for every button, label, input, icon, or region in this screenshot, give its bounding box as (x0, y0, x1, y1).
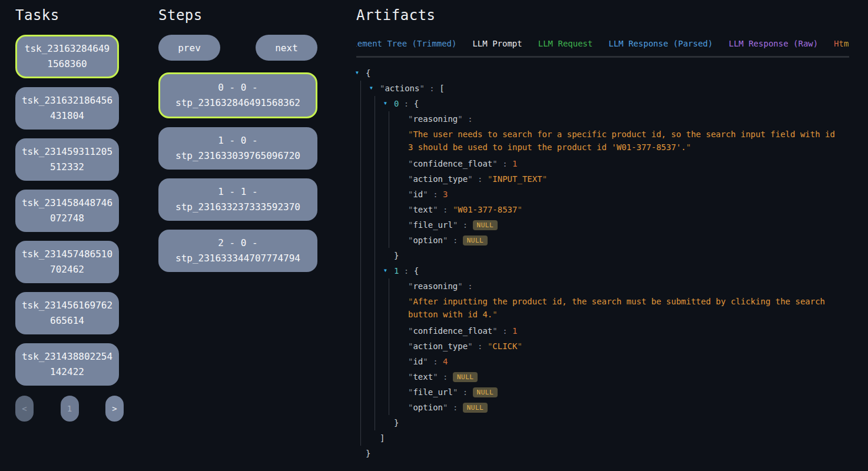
pagination-prev-button[interactable]: < (15, 396, 34, 422)
indent-guide (360, 323, 361, 339)
step-button[interactable]: 0 - 0 - stp_231632846491568362 (158, 72, 317, 118)
pagination: < 1 > (15, 396, 124, 422)
tab-html-raw[interactable]: Html (Raw) (834, 39, 849, 58)
indent-guide (360, 111, 361, 127)
indent-guide (375, 217, 375, 233)
indent-guide (360, 96, 361, 111)
tab-llm-response-parsed[interactable]: LLM Response (Parsed) (608, 39, 713, 58)
indent-guide (389, 400, 389, 415)
json-row: "option" : NULL (356, 400, 849, 415)
indent-guide (389, 369, 389, 384)
tab-llm-request[interactable]: LLM Request (538, 39, 593, 58)
json-row: "action_type" : "INPUT_TEXT" (356, 171, 849, 187)
json-row: "confidence_float" : 1 (356, 156, 849, 171)
task-button[interactable]: tsk_231456169762665614 (15, 292, 119, 334)
indent-guide (375, 339, 375, 354)
json-row: "reasoning" : (356, 278, 849, 294)
artifacts-panel: Artifacts Element Tree (Trimmed)LLM Prom… (356, 7, 849, 461)
pagination-page-button[interactable]: 1 (61, 396, 79, 422)
indent-guide (360, 354, 361, 369)
prev-step-button[interactable]: prev (158, 35, 220, 61)
indent-guide (360, 339, 361, 354)
indent-guide (389, 202, 389, 217)
indent-guide (389, 156, 389, 171)
tab-llm-prompt[interactable]: LLM Prompt (472, 39, 522, 58)
indent-guide (360, 171, 361, 187)
task-button[interactable]: tsk_231458448746072748 (15, 190, 119, 232)
indent-guide (375, 187, 375, 202)
indent-guide (389, 233, 389, 248)
indent-guide (360, 369, 361, 384)
indent-guide (375, 294, 375, 323)
indent-guide (389, 127, 389, 156)
indent-guide (375, 111, 375, 127)
indent-guide (360, 400, 361, 415)
indent-guide (360, 278, 361, 294)
indent-guide (375, 354, 375, 369)
artifacts-tabbar: Element Tree (Trimmed)LLM PromptLLM Requ… (356, 39, 849, 58)
pagination-next-button[interactable]: > (105, 396, 124, 422)
indent-guide (389, 384, 389, 400)
indent-guide (375, 400, 375, 415)
json-viewer: ▼{▼"actions" : [▼0 : {"reasoning" :"The … (356, 65, 849, 461)
json-row: "The user needs to search for a specific… (356, 127, 849, 156)
indent-guide (375, 96, 375, 111)
null-badge: NULL (463, 403, 488, 413)
task-button[interactable]: tsk_231632846491568360 (15, 35, 119, 78)
indent-guide (360, 384, 361, 400)
task-button[interactable]: tsk_231459311205512332 (15, 138, 119, 181)
indent-guide (375, 415, 375, 430)
task-button[interactable]: tsk_231632186456431804 (15, 87, 119, 130)
indent-guide (360, 127, 361, 156)
step-button[interactable]: 1 - 1 - stp_231633237333592370 (158, 178, 317, 221)
indent-guide (389, 111, 389, 127)
artifacts-title: Artifacts (356, 7, 849, 24)
indent-guide (389, 323, 389, 339)
json-row: "file_url" : NULL (356, 384, 849, 400)
step-button[interactable]: 1 - 0 - stp_231633039765096720 (158, 127, 317, 170)
indent-guide (375, 384, 375, 400)
json-row: ] (356, 430, 849, 446)
next-step-button[interactable]: next (256, 35, 317, 61)
indent-guide (375, 263, 375, 278)
indent-guide (375, 127, 375, 156)
indent-guide (360, 430, 361, 446)
tasks-panel: Tasks tsk_231632846491568360tsk_23163218… (15, 7, 124, 422)
json-row: "confidence_float" : 1 (356, 323, 849, 339)
null-badge: NULL (473, 220, 498, 230)
collapse-arrow-icon[interactable]: ▼ (384, 263, 387, 278)
collapse-arrow-icon[interactable]: ▼ (370, 81, 373, 96)
indent-guide (389, 217, 389, 233)
indent-guide (389, 187, 389, 202)
collapse-arrow-icon[interactable]: ▼ (384, 96, 387, 111)
indent-guide (375, 202, 375, 217)
task-button[interactable]: tsk_231457486510702462 (15, 241, 119, 283)
indent-guide (375, 369, 375, 384)
indent-guide (375, 323, 375, 339)
step-button[interactable]: 2 - 0 - stp_231633344707774794 (158, 230, 317, 272)
json-row: "text" : NULL (356, 369, 849, 384)
json-row: "option" : NULL (356, 233, 849, 248)
json-row: "reasoning" : (356, 111, 849, 127)
collapse-arrow-icon[interactable]: ▼ (356, 65, 359, 81)
tab-element-tree-trimmed[interactable]: Element Tree (Trimmed) (356, 39, 456, 58)
json-row: ▼{ (356, 65, 849, 81)
json-row: "file_url" : NULL (356, 217, 849, 233)
indent-guide (389, 171, 389, 187)
steps-panel: Steps prev next 0 - 0 - stp_231632846491… (158, 7, 317, 281)
task-button[interactable]: tsk_231438802254142422 (15, 343, 119, 386)
indent-guide (360, 248, 361, 263)
indent-guide (389, 278, 389, 294)
json-row: "id" : 3 (356, 187, 849, 202)
json-row: ▼1 : { (356, 263, 849, 278)
indent-guide (360, 187, 361, 202)
indent-guide (360, 202, 361, 217)
tab-llm-response-raw[interactable]: LLM Response (Raw) (728, 39, 818, 58)
json-row: "text" : "W01-377-8537" (356, 202, 849, 217)
json-row: "action_type" : "CLICK" (356, 339, 849, 354)
indent-guide (360, 263, 361, 278)
step-list: 0 - 0 - stp_2316328464915683621 - 0 - st… (158, 72, 317, 272)
steps-nav: prev next (158, 35, 317, 61)
indent-guide (360, 294, 361, 323)
json-row: } (356, 248, 849, 263)
